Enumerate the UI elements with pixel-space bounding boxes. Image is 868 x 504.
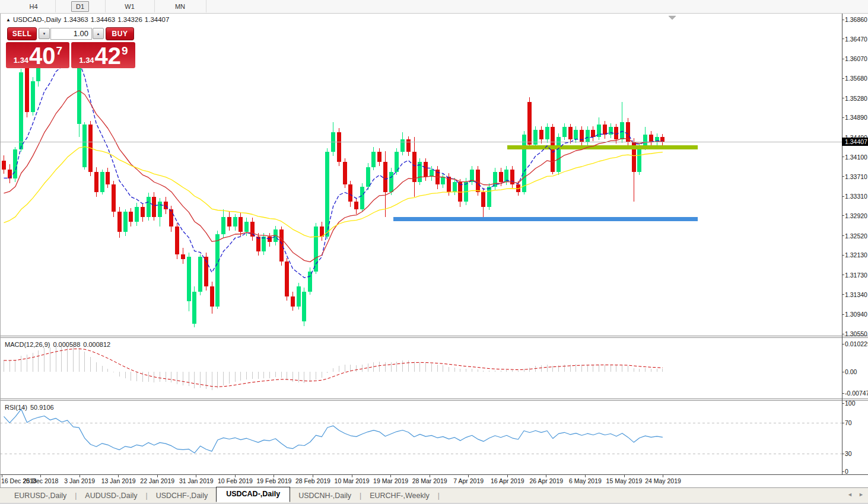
collapse-panel-icon[interactable]: ▲ xyxy=(6,17,11,23)
candle-body xyxy=(591,130,595,138)
tab-eurchf-weekly[interactable]: EURCHF-,Weekly xyxy=(361,490,437,502)
sell-price-pips: 7 xyxy=(56,44,63,58)
candle-body xyxy=(147,197,151,217)
date-axis-label: 22 Jan 2019 xyxy=(140,477,174,484)
candle-body xyxy=(348,184,352,202)
sell-price-prefix: 1.34 xyxy=(14,56,28,65)
candle-body xyxy=(331,132,335,152)
tab-usdchf-daily[interactable]: USDCHF-,Daily xyxy=(148,490,217,502)
date-axis-label: 28 Mar 2019 xyxy=(412,477,447,484)
timeframe-button-d1[interactable]: D1 xyxy=(71,1,89,12)
candle-body xyxy=(603,125,607,135)
date-axis-label: 7 Apr 2019 xyxy=(453,477,484,484)
candle-body xyxy=(314,227,318,272)
buy-button[interactable]: BUY xyxy=(106,27,134,40)
candle-body xyxy=(100,172,104,192)
price-axis-label: 1.35680 xyxy=(845,75,867,82)
macd-name: MACD(12,26,9) xyxy=(5,341,50,348)
buy-price-tile[interactable]: 1.34429 xyxy=(71,42,135,68)
candle-body xyxy=(389,172,393,192)
price-axis-label: 1.31340 xyxy=(845,291,867,298)
price-axis-label: 1.32920 xyxy=(845,212,867,219)
price-axis-label: 1.32130 xyxy=(845,251,867,259)
macd-signal-line xyxy=(4,349,663,387)
volume-input[interactable]: 1.00 xyxy=(50,28,92,40)
candle-body xyxy=(129,212,133,222)
ohlc-low: 1.34326 xyxy=(117,16,142,23)
candle-body xyxy=(169,209,173,227)
tab-audusd-daily[interactable]: AUDUSD-,Daily xyxy=(77,490,145,502)
candle-body xyxy=(31,81,35,112)
candle-body xyxy=(545,127,549,139)
chart-tab-bar: EURUSD-,Daily|AUDUSD-,Daily|USDCHF-,Dail… xyxy=(0,487,868,503)
date-axis-label: 28 Feb 2019 xyxy=(295,477,330,484)
timeframe-button-w1[interactable]: W1 xyxy=(120,1,139,12)
candle-body xyxy=(285,261,289,296)
macd-value-main: 0.000588 xyxy=(53,341,80,348)
candle-body xyxy=(557,137,561,172)
volume-increase-button[interactable]: ▲ xyxy=(93,28,104,39)
tab-scroll-right-icon[interactable]: ► xyxy=(859,492,864,497)
tab-scroll-left-icon[interactable]: ◄ xyxy=(847,492,853,497)
macd-axis-label: 0.00 xyxy=(845,368,857,375)
candle-body xyxy=(424,162,428,177)
support-line xyxy=(393,217,698,221)
candle-body xyxy=(360,187,364,209)
candle-body xyxy=(181,254,185,259)
candle-body xyxy=(527,102,532,144)
timeframe-button-mn[interactable]: MN xyxy=(170,1,190,12)
date-axis-label: 13 Jan 2019 xyxy=(101,477,136,484)
price-axis-label: 1.31730 xyxy=(845,272,867,279)
price-axis-label: 1.35280 xyxy=(845,95,867,102)
candle-body xyxy=(94,172,98,192)
candle-body xyxy=(412,152,416,181)
date-axis-label: 10 Mar 2019 xyxy=(335,477,370,484)
candle-body xyxy=(135,207,139,222)
candle-body xyxy=(476,170,480,192)
buy-price-big: 42 xyxy=(95,44,122,67)
rsi-name: RSI(14) xyxy=(5,404,27,411)
sell-button[interactable]: SELL xyxy=(7,27,37,40)
candlestick-series xyxy=(2,30,664,327)
candle-body xyxy=(210,286,214,307)
macd-axis-label: -0.007477 xyxy=(845,390,868,397)
price-axis-label: 1.30940 xyxy=(845,311,867,318)
candle-body xyxy=(337,132,341,162)
candle-body xyxy=(256,237,260,251)
tab-usdcad-daily[interactable]: USDCAD-,Daily xyxy=(216,487,290,502)
ma-line-7 xyxy=(4,59,663,277)
sell-price-tile[interactable]: 1.34407 xyxy=(6,42,69,68)
candle-body xyxy=(586,130,590,142)
candle-body xyxy=(539,130,543,140)
candle-body xyxy=(19,72,23,149)
candle-body xyxy=(25,66,29,112)
buy-price-prefix: 1.34 xyxy=(79,56,94,65)
candle-body xyxy=(377,152,381,162)
candle-body xyxy=(343,162,347,184)
timeframe-toolbar: H4D1W1MN xyxy=(0,0,868,14)
candle-body xyxy=(354,202,358,209)
rsi-indicator-label: RSI(14)50.9106 xyxy=(5,404,57,411)
buy-price-pips: 9 xyxy=(122,44,128,58)
candle-body xyxy=(141,207,145,217)
candle-body xyxy=(499,172,503,182)
timeframe-button-h4[interactable]: H4 xyxy=(24,1,42,12)
volume-decrease-button[interactable]: ▼ xyxy=(39,28,50,39)
candle-body xyxy=(187,257,191,302)
toolbar-cell: H4 xyxy=(12,0,56,12)
date-axis-label: 31 Jan 2019 xyxy=(179,477,214,484)
price-axis-label: 1.36860 xyxy=(845,16,867,23)
candle-body xyxy=(158,202,162,216)
ohlc-close: 1.34407 xyxy=(145,16,170,23)
tab-eurusd-daily[interactable]: EURUSD-,Daily xyxy=(6,490,75,502)
macd-histogram xyxy=(4,346,663,391)
candle-body xyxy=(366,167,370,187)
rsi-value: 50.9106 xyxy=(30,404,54,411)
macd-axis-label: 0.010229 xyxy=(845,340,868,347)
macd-indicator-label: MACD(12,26,9)0.0005880.000812 xyxy=(5,341,113,348)
current-price-badge: 1.34407 xyxy=(842,138,868,146)
candle-body xyxy=(262,237,266,251)
tab-usdcnh-daily[interactable]: USDCNH-,Daily xyxy=(290,490,360,502)
price-axis-label: 1.34100 xyxy=(845,154,867,161)
candle-body xyxy=(227,217,231,227)
